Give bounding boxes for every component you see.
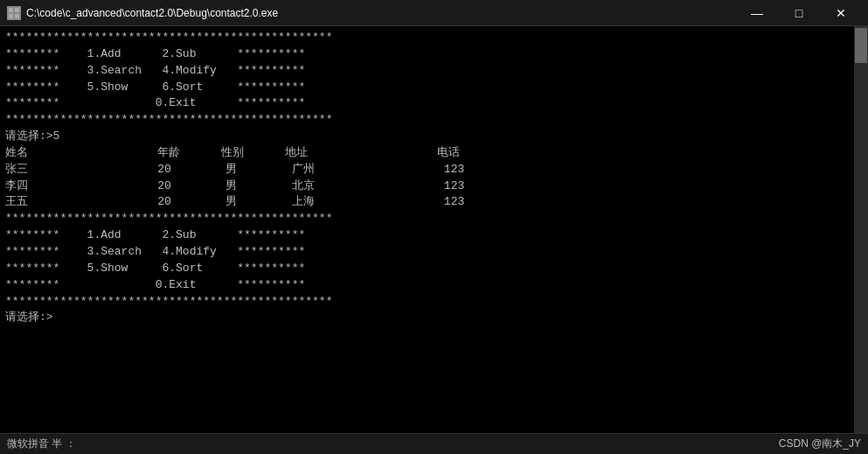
close-button[interactable]: ✕ <box>821 0 861 26</box>
main-window: C:\code\c_advanced\contact2.0\Debug\cont… <box>0 0 868 454</box>
title-bar-left: C:\code\c_advanced\contact2.0\Debug\cont… <box>7 6 278 20</box>
svg-rect-1 <box>15 8 19 12</box>
svg-rect-2 <box>9 14 13 18</box>
svg-rect-3 <box>15 14 19 18</box>
maximize-button[interactable]: □ <box>779 0 819 26</box>
watermark: CSDN @南木_JY <box>779 437 861 451</box>
ime-status: 微软拼音 半 ： <box>7 437 76 451</box>
terminal-area[interactable]: ****************************************… <box>0 26 868 433</box>
window-title: C:\code\c_advanced\contact2.0\Debug\cont… <box>26 7 278 19</box>
minimize-button[interactable]: — <box>737 0 777 26</box>
status-bar: 微软拼音 半 ： CSDN @南木_JY <box>0 433 868 454</box>
scrollbar[interactable] <box>854 26 868 433</box>
svg-rect-0 <box>9 8 13 12</box>
title-bar: C:\code\c_advanced\contact2.0\Debug\cont… <box>0 0 868 26</box>
window-controls: — □ ✕ <box>737 0 861 26</box>
terminal-output: ****************************************… <box>5 30 863 326</box>
scrollbar-thumb[interactable] <box>855 28 867 63</box>
app-icon <box>7 6 21 20</box>
